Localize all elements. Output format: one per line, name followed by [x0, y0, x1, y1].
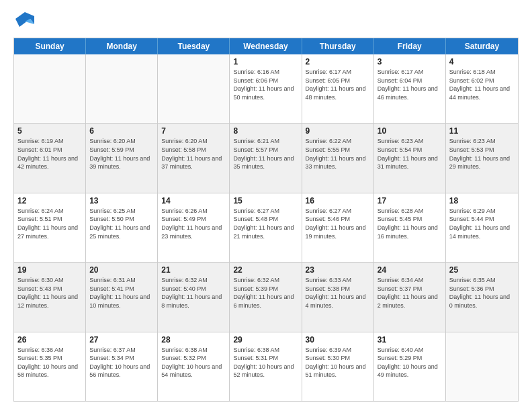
calendar-row-4: 19Sunrise: 6:30 AMSunset: 5:43 PMDayligh…: [14, 262, 518, 331]
calendar-cell: 31Sunrise: 6:40 AMSunset: 5:29 PMDayligh…: [374, 332, 446, 401]
calendar-cell: 29Sunrise: 6:38 AMSunset: 5:31 PMDayligh…: [230, 332, 302, 401]
day-info: Sunrise: 6:33 AMSunset: 5:38 PMDaylight:…: [306, 276, 370, 310]
day-number: 12: [17, 196, 82, 205]
day-number: 25: [449, 265, 515, 275]
day-info: Sunrise: 6:23 AMSunset: 5:53 PMDaylight:…: [449, 137, 515, 171]
calendar: Sunday Monday Tuesday Wednesday Thursday…: [13, 38, 519, 402]
day-number: 13: [89, 196, 154, 205]
calendar-cell: 4Sunrise: 6:18 AMSunset: 6:02 PMDaylight…: [446, 54, 518, 123]
day-info: Sunrise: 6:37 AMSunset: 5:34 PMDaylight:…: [89, 346, 154, 379]
col-saturday: Saturday: [446, 38, 518, 54]
calendar-cell: 11Sunrise: 6:23 AMSunset: 5:53 PMDayligh…: [446, 124, 518, 192]
day-number: 5: [17, 126, 82, 136]
day-number: 16: [306, 196, 370, 205]
calendar-cell: 9Sunrise: 6:22 AMSunset: 5:55 PMDaylight…: [302, 124, 374, 192]
calendar-cell: 10Sunrise: 6:23 AMSunset: 5:54 PMDayligh…: [374, 124, 446, 192]
day-number: 21: [161, 265, 226, 275]
day-number: 31: [378, 335, 442, 345]
calendar-cell: 7Sunrise: 6:20 AMSunset: 5:58 PMDaylight…: [158, 124, 230, 192]
calendar-cell: 3Sunrise: 6:17 AMSunset: 6:04 PMDaylight…: [374, 54, 446, 123]
day-number: 4: [449, 57, 515, 66]
day-info: Sunrise: 6:38 AMSunset: 5:31 PMDaylight:…: [233, 346, 298, 379]
calendar-cell: 16Sunrise: 6:27 AMSunset: 5:46 PMDayligh…: [302, 193, 374, 262]
day-number: 2: [306, 57, 370, 66]
calendar-cell: [14, 54, 86, 123]
logo: [13, 12, 34, 31]
day-info: Sunrise: 6:25 AMSunset: 5:50 PMDaylight:…: [89, 207, 154, 240]
calendar-cell: 13Sunrise: 6:25 AMSunset: 5:50 PMDayligh…: [86, 193, 158, 262]
calendar-cell: 8Sunrise: 6:21 AMSunset: 5:57 PMDaylight…: [230, 124, 302, 192]
logo-icon: [15, 12, 34, 31]
day-number: 29: [233, 335, 298, 345]
day-info: Sunrise: 6:23 AMSunset: 5:54 PMDaylight:…: [378, 137, 442, 171]
col-monday: Monday: [86, 38, 158, 54]
calendar-cell: 23Sunrise: 6:33 AMSunset: 5:38 PMDayligh…: [302, 263, 374, 331]
day-number: 22: [233, 265, 298, 275]
day-number: 1: [233, 57, 298, 66]
calendar-cell: 20Sunrise: 6:31 AMSunset: 5:41 PMDayligh…: [86, 263, 158, 331]
calendar-cell: 22Sunrise: 6:32 AMSunset: 5:39 PMDayligh…: [230, 263, 302, 331]
day-number: 17: [378, 196, 442, 205]
day-info: Sunrise: 6:31 AMSunset: 5:41 PMDaylight:…: [89, 276, 154, 310]
calendar-cell: 19Sunrise: 6:30 AMSunset: 5:43 PMDayligh…: [14, 263, 86, 331]
calendar-cell: [158, 54, 230, 123]
page: Sunday Monday Tuesday Wednesday Thursday…: [0, 0, 532, 411]
day-number: 18: [449, 196, 515, 205]
day-info: Sunrise: 6:24 AMSunset: 5:51 PMDaylight:…: [17, 207, 82, 240]
day-info: Sunrise: 6:21 AMSunset: 5:57 PMDaylight:…: [233, 137, 298, 171]
calendar-row-5: 26Sunrise: 6:36 AMSunset: 5:35 PMDayligh…: [14, 332, 518, 401]
day-info: Sunrise: 6:22 AMSunset: 5:55 PMDaylight:…: [306, 137, 370, 171]
day-number: 26: [17, 335, 82, 345]
day-info: Sunrise: 6:32 AMSunset: 5:39 PMDaylight:…: [233, 276, 298, 310]
day-number: 30: [306, 335, 370, 345]
day-info: Sunrise: 6:18 AMSunset: 6:02 PMDaylight:…: [449, 68, 515, 101]
day-number: 23: [306, 265, 370, 275]
calendar-header: Sunday Monday Tuesday Wednesday Thursday…: [14, 38, 518, 54]
calendar-cell: 24Sunrise: 6:34 AMSunset: 5:37 PMDayligh…: [374, 263, 446, 331]
calendar-cell: 28Sunrise: 6:38 AMSunset: 5:32 PMDayligh…: [158, 332, 230, 401]
calendar-row-1: 1Sunrise: 6:16 AMSunset: 6:06 PMDaylight…: [14, 54, 518, 123]
day-info: Sunrise: 6:28 AMSunset: 5:45 PMDaylight:…: [378, 207, 442, 240]
day-number: 8: [233, 126, 298, 136]
day-info: Sunrise: 6:27 AMSunset: 5:48 PMDaylight:…: [233, 207, 298, 240]
day-info: Sunrise: 6:40 AMSunset: 5:29 PMDaylight:…: [378, 346, 442, 379]
col-tuesday: Tuesday: [158, 38, 230, 54]
day-number: 14: [161, 196, 226, 205]
day-number: 6: [89, 126, 154, 136]
day-info: Sunrise: 6:34 AMSunset: 5:37 PMDaylight:…: [378, 276, 442, 310]
day-number: 28: [161, 335, 226, 345]
calendar-cell: 27Sunrise: 6:37 AMSunset: 5:34 PMDayligh…: [86, 332, 158, 401]
day-number: 15: [233, 196, 298, 205]
calendar-cell: 15Sunrise: 6:27 AMSunset: 5:48 PMDayligh…: [230, 193, 302, 262]
day-number: 19: [17, 265, 82, 275]
calendar-cell: [86, 54, 158, 123]
calendar-cell: 25Sunrise: 6:35 AMSunset: 5:36 PMDayligh…: [446, 263, 518, 331]
day-info: Sunrise: 6:17 AMSunset: 6:04 PMDaylight:…: [378, 68, 442, 101]
day-info: Sunrise: 6:38 AMSunset: 5:32 PMDaylight:…: [161, 346, 226, 379]
day-info: Sunrise: 6:29 AMSunset: 5:44 PMDaylight:…: [449, 207, 515, 240]
day-number: 3: [378, 57, 442, 66]
day-info: Sunrise: 6:26 AMSunset: 5:49 PMDaylight:…: [161, 207, 226, 240]
col-sunday: Sunday: [14, 38, 86, 54]
day-number: 7: [161, 126, 226, 136]
day-info: Sunrise: 6:30 AMSunset: 5:43 PMDaylight:…: [17, 276, 82, 310]
day-info: Sunrise: 6:35 AMSunset: 5:36 PMDaylight:…: [449, 276, 515, 310]
svg-marker-0: [15, 12, 34, 27]
header: [13, 12, 519, 31]
day-info: Sunrise: 6:32 AMSunset: 5:40 PMDaylight:…: [161, 276, 226, 310]
calendar-body: 1Sunrise: 6:16 AMSunset: 6:06 PMDaylight…: [14, 54, 518, 401]
calendar-row-2: 5Sunrise: 6:19 AMSunset: 6:01 PMDaylight…: [14, 123, 518, 192]
calendar-cell: 1Sunrise: 6:16 AMSunset: 6:06 PMDaylight…: [230, 54, 302, 123]
day-info: Sunrise: 6:16 AMSunset: 6:06 PMDaylight:…: [233, 68, 298, 101]
calendar-cell: 18Sunrise: 6:29 AMSunset: 5:44 PMDayligh…: [446, 193, 518, 262]
calendar-cell: 14Sunrise: 6:26 AMSunset: 5:49 PMDayligh…: [158, 193, 230, 262]
day-info: Sunrise: 6:39 AMSunset: 5:30 PMDaylight:…: [306, 346, 370, 379]
calendar-cell: 17Sunrise: 6:28 AMSunset: 5:45 PMDayligh…: [374, 193, 446, 262]
day-number: 27: [89, 335, 154, 345]
calendar-row-3: 12Sunrise: 6:24 AMSunset: 5:51 PMDayligh…: [14, 193, 518, 262]
day-number: 11: [449, 126, 515, 136]
day-info: Sunrise: 6:19 AMSunset: 6:01 PMDaylight:…: [17, 137, 82, 171]
col-wednesday: Wednesday: [230, 38, 302, 54]
calendar-cell: 5Sunrise: 6:19 AMSunset: 6:01 PMDaylight…: [14, 124, 86, 192]
day-info: Sunrise: 6:36 AMSunset: 5:35 PMDaylight:…: [17, 346, 82, 379]
